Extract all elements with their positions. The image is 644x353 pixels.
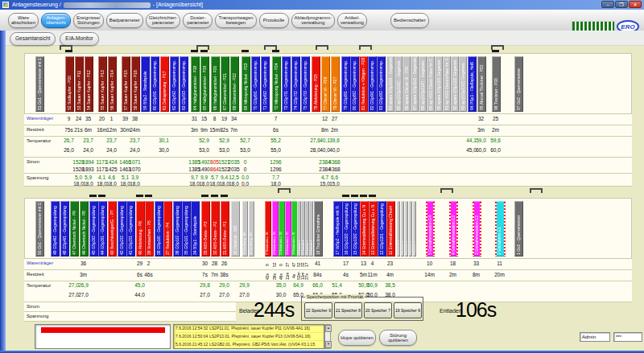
station-bar-13[interactable]: 13 Entmetallisierung Cu + N: [369, 201, 378, 257]
station-bar-83[interactable]: 83 GSp9/2 - Gegenstromsp.: [377, 56, 386, 112]
station-bar-53[interactable]: 53 Sauer Kupfer - P11: [75, 56, 84, 112]
subtoolbar-button-gesamtansicht[interactable]: Gesamtansicht: [10, 32, 56, 46]
station-bar-97[interactable]: 97 Gv2 - Querversetzer: [514, 56, 523, 112]
toolbar-button-anlagen-bersicht[interactable]: Anlagen- übersicht: [41, 13, 71, 28]
station-bar-4[interactable]: 4 Entnahmestation E3: [449, 201, 458, 257]
speicher-button-3[interactable]: 20 Speicher 7: [364, 302, 392, 318]
station-bar-73[interactable]: 73 GSp7/1 - Gegenstromsp.: [282, 56, 291, 112]
station-bar-81[interactable]: 81 Reduktion + Klingen - P28: [359, 56, 368, 112]
station-bar-77[interactable]: 77 Chrom VI - P26: [321, 56, 330, 112]
station-bar-91[interactable]: 91 sp.HSO ElectroPass for S: [443, 56, 451, 112]
event-log-list[interactable]: 7.6.2016 12:54:32LS2P11.01, Přepínění, s…: [173, 324, 324, 349]
minimize-button[interactable]: –: [601, 1, 614, 8]
station-bar-67[interactable]: 67 Glanznickel - P21: [221, 56, 229, 112]
station-bar-65[interactable]: 65 Halbglanznickel - P19: [200, 56, 209, 112]
station-bar-8[interactable]: 8 Speicher 3: [405, 201, 408, 257]
station-bar-52[interactable]: 52 Südkupfer - P10: [65, 56, 74, 112]
password-field[interactable]: [613, 332, 642, 342]
station-bar-70[interactable]: 70 GSp6/1 - Gegenstromsp.: [251, 56, 260, 112]
station-bar-96[interactable]: 96 Trockner - P33: [492, 56, 501, 112]
station-bar-6[interactable]: 6 Speicher 1: [413, 201, 416, 257]
station-bar-48[interactable]: 48 GSp4/1 - Gegenspülung: [60, 201, 69, 257]
subtoolbar-button-e-a-monitor[interactable]: E/A-Monitor: [60, 32, 98, 46]
station-bar-69[interactable]: 69 Mikroporig Nickel - P23: [242, 56, 250, 112]
station-bar-12[interactable]: 12 GSp13/1 - Gegenspülung: [378, 201, 386, 257]
station-bar-40[interactable]: 40 Aktivierung - P6: [136, 201, 145, 257]
station-bar-51[interactable]: 51 Gv1 - Querversetzer mit E: [35, 56, 44, 112]
station-bar-15[interactable]: 15 GSp13/2 - Gegenspülung: [351, 201, 360, 257]
station-bar-30[interactable]: 30 Oxamat - W3: [231, 201, 240, 257]
station-bar-29[interactable]: 29 Oxa-Heating - W2: [242, 201, 248, 257]
toolbar-button-bedienschalter[interactable]: Bedienschalter: [390, 13, 429, 28]
station-bar-43[interactable]: 43 Beschleuniger/G. - P7: [108, 201, 117, 257]
toolbar-button-artikel-verwaltung[interactable]: Artikel- verwaltung: [337, 13, 367, 28]
maximize-button[interactable]: ❐: [615, 1, 628, 8]
station-bar-68[interactable]: 68 Glanznickel - P22: [230, 56, 239, 112]
alarm-entry[interactable]: [41, 327, 165, 333]
log-row[interactable]: 7.6.2016 12:50:04LS2P13.01, Přepínění, s…: [174, 333, 324, 341]
scroll-down-icon[interactable]: ▼: [325, 341, 332, 348]
station-bar-32[interactable]: 32 ABS-Beize - P2: [211, 201, 220, 257]
station-bar-11[interactable]: 11 Entmetallisierung Chrom: [386, 201, 395, 257]
station-bar-19[interactable]: 19 Speicher 6: [309, 201, 313, 257]
log-row[interactable]: 5.6.2016 21:45:12LS2GB2.01, Přepínění, G…: [174, 341, 324, 349]
station-bar-2[interactable]: 2 Entnahme E1: [495, 201, 506, 257]
log-row[interactable]: 7.6.2016 12:54:32LS2P11.01, Přepínění, s…: [174, 325, 324, 333]
station-bar-85[interactable]: 85 sp.(GSp10/2) - Gegenstr.: [394, 56, 402, 112]
station-bar-80[interactable]: 80 GSp8/2 - Gegenstromsp.: [350, 56, 359, 112]
toolbar-button-protokolle[interactable]: Protokolle: [259, 13, 289, 28]
station-bar-35[interactable]: 35 GSp1/1 - Gegenspülung: [182, 201, 191, 257]
station-bar-87[interactable]: 87 spare GSp11/1 - Gegenstr.: [411, 56, 419, 112]
station-bar-34[interactable]: 34 BSp1 - Standspüle: [191, 201, 200, 257]
station-bar-28[interactable]: 28 Oxa-Heating - W1: [249, 201, 254, 257]
station-bar-54[interactable]: 54 Sauer Kupfer - P12: [85, 56, 93, 112]
station-bar-24[interactable]: 24 Beladestation - B2: [285, 201, 291, 257]
station-bar-16[interactable]: 16 GSp13/2 - Gegenspülung: [342, 201, 351, 257]
toolbar-button-dosier-parameter[interactable]: Dosier- parameter: [183, 13, 213, 28]
station-bar-7[interactable]: 7 Speicher 2: [409, 201, 412, 257]
station-bar-45[interactable]: 45 GSp3/2 - Gegenspülung: [89, 201, 98, 257]
station-bar-78[interactable]: 78 Chrom VI - P27: [331, 56, 340, 112]
station-bar-90[interactable]: 90 spare GSp12/1 Gegenstr.: [435, 56, 443, 112]
station-bar-10[interactable]: 10 Speicher 5: [397, 201, 400, 257]
station-bar-74[interactable]: 74 GSp7/2 - Gegenstromsp.: [291, 56, 300, 112]
toolbar-button-ware-abschicken[interactable]: Ware abschicken: [8, 13, 39, 28]
station-bar-92[interactable]: 92 spare GSp12/2 Gegenstr.: [451, 56, 459, 112]
toolbar-button-transportwagen-bewegen[interactable]: Transportwagen bewegen: [215, 13, 256, 28]
log-scrollbar[interactable]: ▲ ▼: [324, 324, 331, 349]
speicher-button-2[interactable]: 21 Speicher 8: [334, 302, 362, 318]
station-bar-3[interactable]: 3 Entnahmestation E2: [473, 201, 481, 257]
close-button[interactable]: ✕: [629, 1, 642, 8]
station-bar-33[interactable]: 33 ABS-Beize - P3: [201, 201, 210, 257]
station-bar-36[interactable]: 36 GSp1/2 - Gegenspülung: [173, 201, 182, 257]
toolbar-button-gleichrichter-parameter[interactable]: Gleichrichter- parameter: [146, 13, 181, 28]
station-bar-57[interactable]: 57 Sauer Kupfer - P15: [122, 56, 130, 112]
station-bar-56[interactable]: 56 Sauer Kupfer - P14: [108, 56, 117, 112]
toolbar-button-ablaufprogramm-verwaltung[interactable]: Ablaufprogramm- verwaltung: [291, 13, 335, 28]
station-bar-26[interactable]: 26 Beladestation - B4: [272, 201, 279, 257]
station-bar-17[interactable]: 17 WSp2 - Heißspüle mit R.: [333, 201, 342, 257]
station-bar-72[interactable]: 72 Mikroporig Nickel - P24: [272, 56, 281, 112]
station-bar-31[interactable]: 31 ABS-Beize - P1: [221, 201, 229, 257]
station-bar-42[interactable]: 42 GSp2/2 - Gegenspülung: [118, 201, 126, 257]
station-bar-47[interactable]: 47 Chemisch Nickel - P9: [70, 201, 79, 257]
station-bar-63[interactable]: 63 GSp5/3 - Gegenstromsp.: [180, 56, 188, 112]
station-bar-14[interactable]: 14 Entmetallisierung Cu + N: [360, 201, 369, 257]
toolbar-button-ereignisse-st-rungen[interactable]: Ereignisse/ Störungen: [73, 13, 104, 28]
station-bar-5[interactable]: 5 Entnahmestation E4: [426, 201, 435, 257]
station-bar-41[interactable]: 41 GSp2/1 - Gegenspülung: [126, 201, 135, 257]
station-bar-37[interactable]: 37 Reduktion - P4: [163, 201, 172, 257]
station-bar-61[interactable]: 61 Dekapierung - P17: [160, 56, 169, 112]
station-bar-55[interactable]: 55 Sauer Kupfer - P13: [98, 56, 107, 112]
station-bar-25[interactable]: 25 Beladestation - B3: [279, 201, 285, 257]
station-bar-44[interactable]: 44 GSp3/1 - Gegenspülung: [98, 201, 107, 257]
alarm-listbox[interactable]: [35, 324, 171, 349]
station-bar-86[interactable]: 86 spare Chrom III - P30: [402, 56, 411, 112]
user-field[interactable]: [580, 332, 610, 342]
station-bar-64[interactable]: 64 Halbglanznickel - P18: [191, 56, 200, 112]
station-bar-66[interactable]: 66 Halbglanznickel - P20: [211, 56, 220, 112]
station-bar-75[interactable]: 75 GSp7/3 - Gegenstromsp.: [301, 56, 310, 112]
station-bar-27[interactable]: 27 Beladestation - B5: [265, 201, 271, 257]
station-bar-9[interactable]: 9 Speicher 4: [401, 201, 404, 257]
station-bar-60[interactable]: 60 GSp5/1 - Gegenstromsp.: [151, 56, 159, 112]
